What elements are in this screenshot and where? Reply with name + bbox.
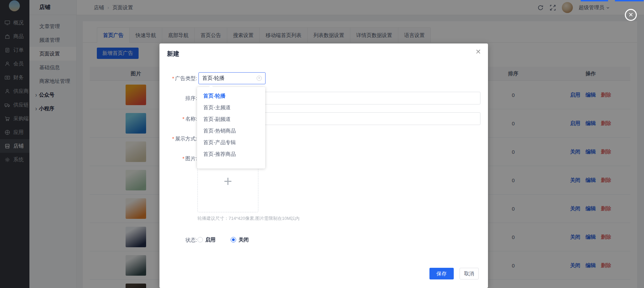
save-button[interactable]: 保存 bbox=[429, 268, 454, 279]
required-asterisk: * bbox=[182, 116, 184, 122]
dropdown-option[interactable]: 首页-推荐商品 bbox=[197, 148, 265, 160]
ad-type-label: *广告类型: bbox=[159, 75, 197, 82]
top-edge-blue-bar bbox=[615, 0, 644, 1]
page-close-icon[interactable]: ✕ bbox=[625, 9, 637, 21]
display-mode-label: *展示方式: bbox=[159, 136, 197, 142]
new-ad-modal: 新建 ✕ *广告类型: 首页-轮播 ✕ 排序: *名称: *展示方式: *图片:… bbox=[159, 43, 488, 288]
cancel-button[interactable]: 取消 bbox=[460, 268, 479, 279]
status-disable-label[interactable]: 关闭 bbox=[239, 237, 249, 243]
status-radio-group: 启用 关闭 bbox=[197, 235, 249, 244]
dropdown-arrow bbox=[209, 85, 213, 89]
ad-type-select[interactable]: 首页-轮播 ✕ bbox=[198, 72, 266, 84]
dropdown-option[interactable]: 首页-轮播 bbox=[197, 90, 265, 102]
ad-type-selected-value: 首页-轮播 bbox=[202, 75, 224, 82]
clear-select-icon[interactable]: ✕ bbox=[257, 76, 262, 81]
name-label: *名称: bbox=[159, 116, 197, 122]
sort-label: 排序: bbox=[159, 95, 197, 102]
required-asterisk: * bbox=[172, 136, 174, 141]
dropdown-option[interactable]: 首页-副频道 bbox=[197, 113, 265, 125]
status-disable-radio[interactable] bbox=[231, 237, 236, 242]
dropdown-option[interactable]: 首页-主频道 bbox=[197, 102, 265, 113]
dropdown-option[interactable]: 首页-热销商品 bbox=[197, 125, 265, 137]
required-asterisk: * bbox=[182, 155, 184, 161]
plus-icon: + bbox=[224, 173, 232, 190]
status-enable-radio[interactable] bbox=[197, 237, 203, 242]
modal-close-icon[interactable]: ✕ bbox=[475, 48, 481, 55]
image-size-hint: 轮播建议尺寸：714*420像素,图片需限制在10M以内 bbox=[197, 215, 299, 222]
status-label: 状态: bbox=[159, 237, 197, 243]
ad-type-dropdown: 首页-轮播首页-主频道首页-副频道首页-热销商品首页-产品专辑首页-推荐商品 bbox=[197, 87, 265, 168]
image-label: *图片: bbox=[159, 155, 197, 162]
modal-title: 新建 bbox=[167, 50, 179, 58]
status-enable-label[interactable]: 启用 bbox=[205, 237, 216, 243]
required-asterisk: * bbox=[172, 75, 174, 81]
dropdown-options: 首页-轮播首页-主频道首页-副频道首页-热销商品首页-产品专辑首页-推荐商品 bbox=[197, 90, 265, 160]
dropdown-option[interactable]: 首页-产品专辑 bbox=[197, 137, 265, 148]
top-edge-blue-bar bbox=[581, 0, 608, 1]
